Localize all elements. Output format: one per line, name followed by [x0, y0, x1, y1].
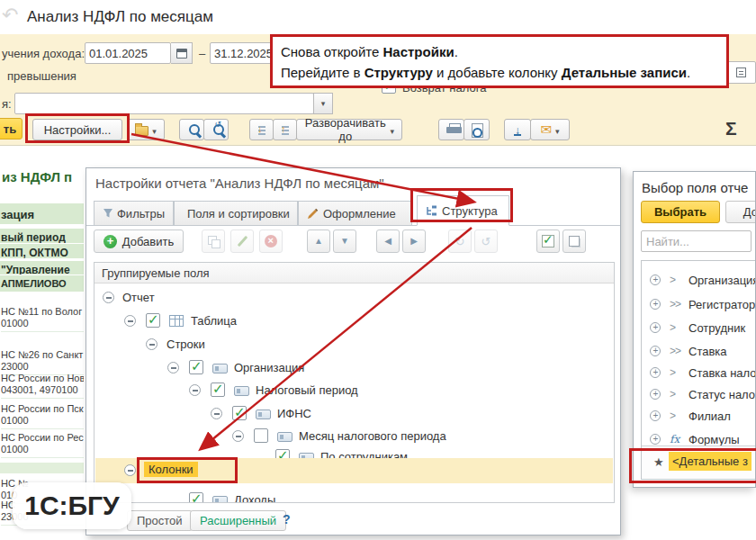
- field-item-detail-records[interactable]: ★<Детальные з: [642, 446, 756, 479]
- picker-add-button[interactable]: Доба: [725, 201, 756, 223]
- instruction-callout: Снова откройте Настройки. Перейдите в Ст…: [270, 34, 729, 88]
- save-file-button[interactable]: [504, 119, 531, 140]
- tree-row-ifns[interactable]: ИФНС: [95, 402, 613, 426]
- node-checkbox[interactable]: [232, 406, 247, 420]
- move-up-button[interactable]: ▲: [307, 230, 330, 253]
- table-icon: [169, 315, 184, 327]
- tree-row-tax-period[interactable]: Налоговый период: [95, 379, 613, 402]
- tab-filters[interactable]: Фильтры: [94, 201, 174, 226]
- generate-button[interactable]: ть: [0, 118, 22, 140]
- print-preview-button[interactable]: [464, 119, 490, 140]
- field-search-input[interactable]: [641, 230, 752, 252]
- swap-back-button[interactable]: ↺: [474, 230, 498, 253]
- check-all-button[interactable]: [536, 230, 560, 253]
- pencil-icon: [237, 236, 248, 247]
- collapse-icon[interactable]: [232, 430, 244, 442]
- expand-plus-icon[interactable]: [650, 389, 661, 400]
- select-button[interactable]: Выбрать: [641, 201, 720, 223]
- ifns-name: НС №11 по Волог: [1, 306, 82, 317]
- date-from-calendar-button[interactable]: [171, 42, 193, 64]
- tab-fields-sorting[interactable]: Поля и сортировки: [174, 201, 298, 226]
- org-field-input[interactable]: [14, 93, 314, 114]
- date-to-input[interactable]: [210, 42, 274, 64]
- tree-row-incomes[interactable]: Доходы: [95, 489, 613, 503]
- node-checkbox[interactable]: [211, 382, 225, 397]
- print-button[interactable]: [438, 119, 464, 140]
- move-down-button[interactable]: ▼: [333, 230, 356, 253]
- tree-row-columns[interactable]: Колонки: [95, 459, 613, 482]
- expand-plus-icon[interactable]: [650, 299, 661, 310]
- cancel-search-button[interactable]: ↺: [203, 119, 229, 140]
- expand-plus-icon[interactable]: [650, 322, 661, 333]
- group-copy-button[interactable]: [202, 230, 225, 253]
- view-simple-button[interactable]: Простой: [127, 510, 193, 531]
- search-button[interactable]: [179, 119, 204, 140]
- view-advanced-button[interactable]: Расширенный: [190, 510, 286, 531]
- collapse-icon[interactable]: [189, 384, 201, 396]
- tab-label: Поля и сортировки: [187, 207, 290, 220]
- node-checkbox[interactable]: [189, 492, 203, 503]
- back-arrow-icon[interactable]: ↶: [2, 4, 18, 27]
- expand-plus-icon[interactable]: [650, 410, 661, 421]
- edit-button[interactable]: [230, 230, 254, 253]
- report-variants-button[interactable]: [127, 119, 165, 140]
- expand-plus-icon[interactable]: [650, 367, 661, 378]
- node-checkbox[interactable]: [189, 360, 203, 374]
- send-email-button[interactable]: [530, 119, 570, 140]
- node-label: ИФНС: [277, 407, 311, 420]
- field-item-branch[interactable]: >Филиал: [642, 405, 756, 428]
- field-item-organization[interactable]: >Организация: [642, 269, 756, 292]
- ifns-name: НС России по Рес: [1, 432, 84, 443]
- expand-levels-button[interactable]: [273, 119, 297, 140]
- tree-row-table[interactable]: Таблица: [95, 310, 613, 333]
- date-from-input[interactable]: [85, 42, 171, 64]
- field-item-employee[interactable]: >Сотрудник: [642, 317, 756, 340]
- add-button-label: Добавить: [122, 235, 174, 248]
- settings-button[interactable]: Настройки...: [32, 119, 122, 140]
- hidden-field-fragment[interactable]: [725, 61, 756, 84]
- excess-label: превышения: [7, 69, 76, 83]
- tree-row-rows[interactable]: Строки: [95, 333, 613, 356]
- collapse-icon[interactable]: [103, 292, 114, 303]
- tree-row-organization[interactable]: Организация: [95, 356, 613, 380]
- help-link[interactable]: ?: [283, 512, 291, 526]
- note-bold-settings: Настройки: [383, 44, 454, 59]
- sum-sigma-icon[interactable]: Σ: [725, 118, 737, 140]
- caret-down-icon: [555, 123, 560, 137]
- collapse-icon[interactable]: [146, 338, 158, 350]
- collapse-levels-button[interactable]: [249, 119, 274, 140]
- collapse-icon[interactable]: [167, 362, 179, 374]
- expand-plus-icon[interactable]: [650, 346, 661, 356]
- field-label: Регистратор: [688, 298, 755, 311]
- move-left-button[interactable]: ◀: [376, 230, 400, 253]
- tab-label: Структура: [442, 204, 498, 218]
- tab-label: Фильтры: [117, 207, 165, 220]
- swap-group-button[interactable]: ↻: [448, 230, 472, 253]
- note-text: и добавьте колонку: [433, 65, 562, 80]
- uncheck-all-button[interactable]: [562, 230, 586, 253]
- node-label: Таблица: [191, 314, 237, 328]
- report-row: НС России по Нов043001, 4970100: [1, 373, 84, 399]
- collapse-icon[interactable]: [124, 315, 136, 327]
- note-bold-structure: Структуру: [364, 65, 433, 80]
- tab-structure[interactable]: Структура: [417, 195, 509, 226]
- field-item-tax-rate[interactable]: >Ставка налог: [642, 362, 756, 385]
- delete-button[interactable]: [259, 230, 283, 253]
- expand-plus-icon[interactable]: [650, 274, 661, 285]
- field-icon: [234, 386, 249, 396]
- field-item-registrator[interactable]: >>Регистратор: [642, 293, 756, 317]
- expand-plus-icon[interactable]: [650, 434, 661, 445]
- add-button[interactable]: Добавить: [94, 230, 184, 253]
- field-item-rate[interactable]: >>Ставка: [642, 340, 756, 364]
- org-field-dropdown-button[interactable]: [313, 93, 333, 114]
- node-checkbox[interactable]: [254, 428, 268, 443]
- tab-appearance[interactable]: Оформление: [298, 201, 412, 226]
- field-item-tax-status[interactable]: >Статус налог: [642, 383, 756, 407]
- node-checkbox[interactable]: [146, 313, 160, 328]
- report-subtotal-row: [0, 463, 84, 474]
- expand-to-button[interactable]: Разворачивать до: [296, 119, 402, 140]
- move-right-button[interactable]: ▶: [402, 230, 426, 253]
- collapse-icon[interactable]: [124, 464, 136, 476]
- tree-row-report[interactable]: Отчет: [95, 286, 613, 310]
- collapse-icon[interactable]: [211, 408, 222, 419]
